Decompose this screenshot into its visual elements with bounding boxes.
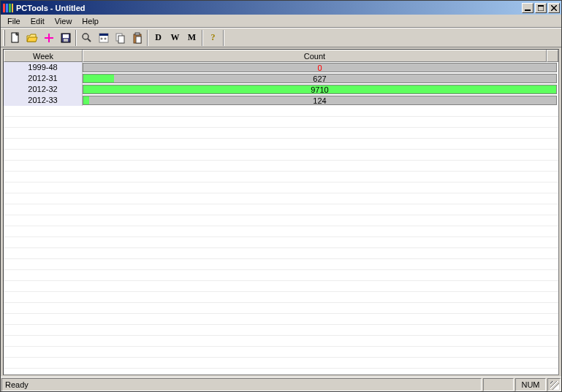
empty-row — [4, 117, 558, 128]
cell-count: 124 — [83, 96, 557, 105]
w-button[interactable]: W — [167, 30, 183, 46]
empty-row — [4, 172, 558, 182]
help-button[interactable]: ? — [205, 30, 221, 46]
empty-row — [4, 182, 558, 193]
svg-rect-14 — [45, 37, 53, 39]
toolbar-grip[interactable] — [3, 30, 5, 46]
svg-rect-21 — [99, 34, 108, 36]
add-button[interactable] — [40, 30, 57, 46]
empty-row — [4, 139, 558, 150]
empty-row — [4, 161, 558, 172]
m-button[interactable]: M — [183, 30, 200, 46]
empty-row — [4, 237, 558, 248]
toolbar-separator — [223, 30, 224, 46]
svg-rect-17 — [64, 39, 68, 42]
column-header-week[interactable]: Week — [4, 50, 83, 62]
svg-rect-2 — [9, 4, 11, 12]
open-button[interactable] — [23, 30, 40, 46]
save-button[interactable] — [57, 30, 74, 46]
svg-point-23 — [104, 37, 106, 39]
empty-row — [4, 128, 558, 139]
menu-file[interactable]: File — [2, 16, 26, 26]
d-icon: D — [155, 32, 162, 43]
empty-row — [4, 347, 558, 358]
cell-week: 2012-32 — [4, 84, 83, 95]
empty-row — [4, 226, 558, 237]
svg-rect-25 — [118, 36, 124, 43]
table-row[interactable]: 2012-31627 — [4, 73, 558, 84]
menu-edit[interactable]: Edit — [26, 16, 50, 26]
resize-grip[interactable] — [547, 378, 561, 391]
d-button[interactable]: D — [150, 30, 167, 46]
toolbar: D W M ? — [1, 28, 561, 47]
toolbar-separator — [147, 30, 148, 46]
help-icon: ? — [211, 32, 216, 43]
window-controls — [522, 3, 560, 13]
empty-row — [4, 369, 558, 374]
close-button[interactable] — [548, 3, 560, 13]
find-button[interactable] — [78, 30, 95, 46]
status-text: Ready — [1, 378, 482, 391]
app-icon — [2, 2, 14, 14]
window-title: PCTools - Untitled — [16, 4, 522, 12]
listview-body[interactable]: 1999-4802012-316272012-3297102012-33124 — [4, 62, 558, 374]
svg-line-19 — [88, 39, 91, 42]
cell-week: 2012-31 — [4, 73, 83, 84]
toolbar-separator — [75, 30, 77, 46]
empty-row — [4, 106, 558, 117]
empty-row — [4, 281, 558, 292]
svg-rect-0 — [3, 4, 5, 12]
empty-row — [4, 325, 558, 336]
svg-rect-1 — [6, 4, 8, 12]
copy-button[interactable] — [112, 30, 129, 46]
table-row[interactable]: 2012-33124 — [4, 95, 558, 106]
column-header-count[interactable]: Count — [83, 50, 547, 62]
properties-button[interactable] — [95, 30, 112, 46]
empty-row — [4, 336, 558, 347]
svg-rect-16 — [63, 34, 69, 38]
table-row[interactable]: 1999-480 — [4, 62, 558, 73]
table-row[interactable]: 2012-329710 — [4, 84, 558, 95]
count-value: 627 — [83, 74, 556, 83]
w-icon: W — [171, 32, 180, 43]
maximize-button[interactable] — [535, 3, 547, 13]
cell-week: 2012-33 — [4, 95, 83, 106]
count-value: 9710 — [83, 85, 556, 94]
cell-count: 0 — [83, 63, 557, 72]
empty-row — [4, 292, 558, 303]
menu-bar: File Edit View Help — [1, 15, 561, 28]
svg-rect-27 — [135, 33, 140, 35]
svg-point-22 — [100, 37, 102, 39]
toolbar-separator — [202, 30, 203, 46]
empty-row — [4, 259, 558, 270]
listview[interactable]: Week Count 1999-4802012-316272012-329710… — [3, 49, 559, 375]
svg-point-18 — [83, 34, 88, 39]
column-header-end[interactable] — [547, 50, 558, 62]
cell-count: 9710 — [83, 85, 557, 94]
menu-help[interactable]: Help — [77, 16, 104, 26]
cell-week: 1999-48 — [4, 62, 83, 73]
empty-row — [4, 303, 558, 314]
listview-header: Week Count — [4, 50, 558, 62]
svg-marker-12 — [27, 37, 37, 42]
count-value: 0 — [83, 64, 556, 72]
status-pane-blank1 — [483, 378, 514, 391]
empty-row — [4, 215, 558, 226]
count-value: 124 — [83, 96, 556, 105]
svg-rect-3 — [12, 4, 13, 12]
status-bar: Ready NUM — [1, 377, 561, 391]
cell-count: 627 — [83, 74, 557, 83]
svg-rect-28 — [136, 36, 141, 43]
empty-row — [4, 204, 558, 215]
minimize-button[interactable] — [522, 3, 533, 13]
new-button[interactable] — [7, 30, 23, 46]
paste-button[interactable] — [129, 30, 145, 46]
empty-row — [4, 193, 558, 204]
empty-row — [4, 358, 558, 369]
title-bar: PCTools - Untitled — [1, 1, 561, 15]
menu-view[interactable]: View — [50, 16, 77, 26]
main-area: Week Count 1999-4802012-316272012-329710… — [1, 47, 561, 377]
status-pane-num: NUM — [515, 378, 546, 391]
empty-row — [4, 270, 558, 281]
svg-rect-4 — [525, 9, 531, 11]
